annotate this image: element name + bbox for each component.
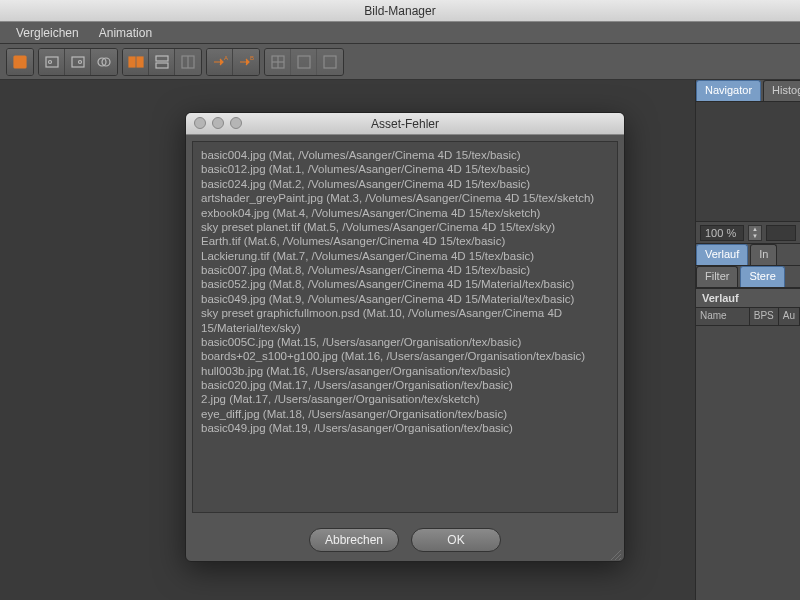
tab-navigator[interactable]: Navigator (696, 80, 761, 101)
error-line: basic052.jpg (Mat.8, /Volumes/Asanger/Ci… (201, 277, 609, 291)
compare-ab-icon[interactable] (123, 49, 149, 75)
grid-scale-icon[interactable] (265, 49, 291, 75)
tab-histogram[interactable]: Histog (763, 80, 800, 101)
grid-a-icon[interactable] (291, 49, 317, 75)
error-line: Earth.tif (Mat.6, /Volumes/Asanger/Cinem… (201, 234, 609, 248)
svg-rect-11 (156, 63, 168, 68)
navigator-body (696, 102, 800, 222)
tab-info[interactable]: In (750, 244, 777, 265)
panel-tabs-1: Navigator Histog (696, 80, 800, 102)
grid-b-icon[interactable] (317, 49, 343, 75)
dialog-buttons: Abbrechen OK (186, 519, 624, 561)
error-line: sky preset planet.tif (Mat.5, /Volumes/A… (201, 220, 609, 234)
error-line: basic020.jpg (Mat.17, /Users/asanger/Org… (201, 378, 609, 392)
error-line: hull003b.jpg (Mat.16, /Users/asanger/Org… (201, 364, 609, 378)
tab-stereo[interactable]: Stere (740, 266, 784, 287)
dialog-titlebar[interactable]: Asset-Fehler (186, 113, 624, 135)
error-line: 2.jpg (Mat.17, /Users/asanger/Organisati… (201, 392, 609, 406)
svg-text:B: B (250, 55, 254, 61)
resize-handle-icon[interactable] (609, 546, 621, 558)
svg-rect-20 (324, 56, 336, 68)
panel-tabs-3: Filter Stere (696, 266, 800, 288)
error-line: artshader_greyPaint.jpg (Mat.3, /Volumes… (201, 191, 609, 205)
zoom-slider[interactable] (766, 225, 796, 241)
col-au[interactable]: Au (779, 308, 800, 325)
error-line: basic049.jpg (Mat.9, /Volumes/Asanger/Ci… (201, 292, 609, 306)
svg-rect-8 (129, 57, 135, 67)
right-panel: Navigator Histog 100 % ▲▼ Verlauf In Fil… (695, 80, 800, 600)
col-bps[interactable]: BPS (750, 308, 779, 325)
svg-rect-9 (137, 57, 143, 67)
ok-button[interactable]: OK (411, 528, 501, 552)
zoom-row: 100 % ▲▼ (696, 222, 800, 244)
svg-rect-10 (156, 56, 168, 61)
error-line: eye_diff.jpg (Mat.18, /Users/asanger/Org… (201, 407, 609, 421)
history-columns: Name BPS Au (696, 308, 800, 326)
arrow-a-icon[interactable]: A (207, 49, 233, 75)
window-title: Bild-Manager (364, 4, 435, 18)
error-line: basic005C.jpg (Mat.15, /Users/asanger/Or… (201, 335, 609, 349)
error-line: basic024.jpg (Mat.2, /Volumes/Asanger/Ci… (201, 177, 609, 191)
compare-stacked-icon[interactable] (149, 49, 175, 75)
zoom-value[interactable]: 100 % (700, 225, 744, 241)
traffic-lights[interactable] (194, 117, 242, 129)
zoom-icon[interactable] (230, 117, 242, 129)
page-b-icon[interactable] (65, 49, 91, 75)
zoom-stepper[interactable]: ▲▼ (748, 225, 762, 241)
error-line: basic004.jpg (Mat, /Volumes/Asanger/Cine… (201, 148, 609, 162)
tab-filter[interactable]: Filter (696, 266, 738, 287)
error-line: exbook04.jpg (Mat.4, /Volumes/Asanger/Ci… (201, 206, 609, 220)
window-titlebar: Bild-Manager (0, 0, 800, 22)
svg-point-3 (48, 60, 51, 63)
menubar: Vergleichen Animation (0, 22, 800, 44)
toolbar: A B (0, 44, 800, 80)
svg-point-5 (78, 60, 81, 63)
error-line: basic007.jpg (Mat.8, /Volumes/Asanger/Ci… (201, 263, 609, 277)
minimize-icon[interactable] (212, 117, 224, 129)
cancel-button[interactable]: Abbrechen (309, 528, 399, 552)
panel-tabs-2: Verlauf In (696, 244, 800, 266)
arrow-b-icon[interactable]: B (233, 49, 259, 75)
dialog-body[interactable]: basic004.jpg (Mat, /Volumes/Asanger/Cine… (192, 141, 618, 513)
col-name[interactable]: Name (696, 308, 750, 325)
page-a-icon[interactable] (39, 49, 65, 75)
menu-vergleichen[interactable]: Vergleichen (6, 23, 89, 43)
svg-rect-19 (298, 56, 310, 68)
close-icon[interactable] (194, 117, 206, 129)
svg-text:A: A (224, 55, 228, 61)
compare-split-icon[interactable] (175, 49, 201, 75)
asset-error-dialog: Asset-Fehler basic004.jpg (Mat, /Volumes… (185, 112, 625, 562)
error-line: basic012.jpg (Mat.1, /Volumes/Asanger/Ci… (201, 162, 609, 176)
error-line: boards+02_s100+g100.jpg (Mat.16, /Users/… (201, 349, 609, 363)
error-line: basic049.jpg (Mat.19, /Users/asanger/Org… (201, 421, 609, 435)
error-line: Lackierung.tif (Mat.7, /Volumes/Asanger/… (201, 249, 609, 263)
menu-animation[interactable]: Animation (89, 23, 162, 43)
section-verlauf: Verlauf (696, 288, 800, 308)
circle-compare-icon[interactable] (91, 49, 117, 75)
tab-verlauf[interactable]: Verlauf (696, 244, 748, 265)
notebook-icon[interactable] (7, 49, 33, 75)
error-line: sky preset graphicfullmoon.psd (Mat.10, … (201, 306, 609, 335)
dialog-title: Asset-Fehler (371, 117, 439, 131)
